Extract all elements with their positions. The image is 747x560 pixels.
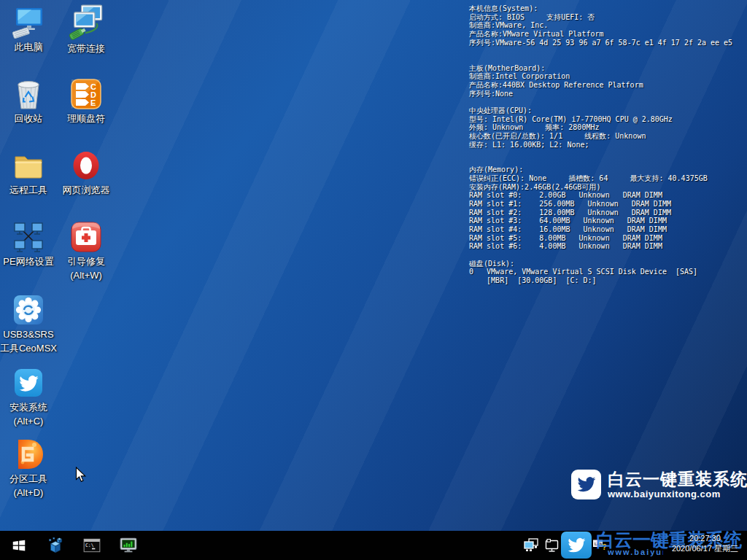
taskbar-watermark-url: www.baiyunxitong.com (608, 548, 663, 556)
pe-desktop: { "desktop": { "icons": [ {"name": "this… (0, 0, 747, 560)
desktop-icon-partition-tool[interactable]: 分区工具 (Alt+D) (0, 438, 57, 499)
taskbar-app-command-prompt[interactable]: C:\ (79, 531, 105, 560)
display-switch-icon (523, 537, 539, 553)
icon-sublabel: (Alt+W) (70, 270, 102, 281)
command-prompt-icon: C:\ (82, 536, 101, 555)
desktop-icon-fix-drive-letters[interactable]: C D E 理顺盘符 (58, 77, 115, 125)
svg-text:E: E (90, 98, 96, 107)
opera-browser-icon (69, 149, 103, 182)
usb3-srs-tool-icon (12, 293, 45, 327)
task-manager-icon (119, 536, 138, 555)
taskbar-app-registry-tool[interactable] (42, 531, 69, 560)
clock-time: 20:27:30 (672, 534, 738, 544)
mouse-cursor (75, 467, 87, 483)
desktop-icon-install-system[interactable]: 安装系统 (Alt+C) (0, 366, 57, 427)
icon-label: 理顺盘符 (67, 113, 105, 125)
tray-baiyun-bird-button[interactable] (561, 532, 592, 559)
remote-tools-icon (12, 149, 45, 182)
brand-watermark: 白云一键重装系统 www.baiyunxitong.com (571, 470, 747, 499)
desktop-icon-usb3-srs-tool[interactable]: USB3&SRS 工具CeoMSX (0, 293, 57, 354)
fix-drive-letters-icon: C D E (69, 77, 103, 111)
bird-icon (576, 475, 596, 494)
icon-label: 分区工具 (9, 473, 47, 485)
desktop-icon-boot-repair[interactable]: 引导修复 (Alt+W) (58, 220, 115, 281)
icon-label: 网页浏览器 (63, 184, 110, 196)
bird-icon (567, 536, 586, 555)
icon-label: USB3&SRS (3, 329, 53, 341)
desktop-icon-recycle-bin[interactable]: 回收站 (0, 77, 57, 125)
icon-label: 远程工具 (9, 184, 47, 196)
brand-logo (571, 470, 601, 499)
start-button[interactable] (6, 531, 32, 560)
icon-label: PE网络设置 (3, 256, 53, 268)
icon-label: 宽带连接 (67, 43, 105, 55)
registry-cubes-icon (46, 536, 65, 555)
icon-sublabel: (Alt+C) (14, 416, 44, 427)
clock-date: 2020/06/17 星期三 (672, 544, 738, 554)
system-info-report: 本机信息(System): 启动方式: BIOS 支持UEFI: 否 制造商:V… (469, 4, 732, 285)
desktop-icon-web-browser[interactable]: 网页浏览器 (58, 149, 115, 196)
recycle-bin-icon (12, 77, 45, 111)
broadband-connection-icon (67, 4, 105, 41)
icon-label: 安装系统 (9, 402, 47, 413)
diskgenius-icon (12, 438, 45, 471)
brand-text: 白云一键重装系统 www.baiyunxitong.com (608, 470, 747, 499)
icon-label: 回收站 (15, 113, 43, 125)
brand-title: 白云一键重装系统 (608, 470, 747, 489)
desktop-icon-broadband[interactable]: 宽带连接 (58, 4, 115, 55)
network-monitor-icon (544, 537, 560, 553)
tray-display-switch[interactable] (521, 531, 541, 560)
icon-sublabel: 工具CeoMSX (0, 343, 57, 354)
windows-logo-icon (11, 537, 27, 553)
boot-repair-icon (69, 220, 103, 254)
icon-label: 引导修复 (67, 256, 105, 268)
pe-network-icon (12, 220, 45, 254)
tray-network-monitor[interactable] (543, 531, 562, 560)
desktop-icon-this-pc[interactable]: 此电脑 (0, 6, 57, 53)
brand-url: www.baiyunxitong.com (608, 489, 747, 499)
svg-text:C:\: C:\ (85, 542, 94, 548)
icon-label: 此电脑 (15, 42, 43, 53)
this-pc-icon (12, 6, 45, 39)
taskbar-clock[interactable]: 20:27:30 2020/06/17 星期三 (672, 534, 738, 553)
install-system-bird-icon (12, 366, 45, 400)
icon-sublabel: (Alt+D) (14, 487, 44, 499)
taskbar-app-task-manager[interactable] (115, 531, 142, 560)
desktop-icon-pe-network-setup[interactable]: PE网络设置 (0, 220, 57, 268)
desktop-icon-remote-tools[interactable]: 远程工具 (0, 149, 57, 196)
